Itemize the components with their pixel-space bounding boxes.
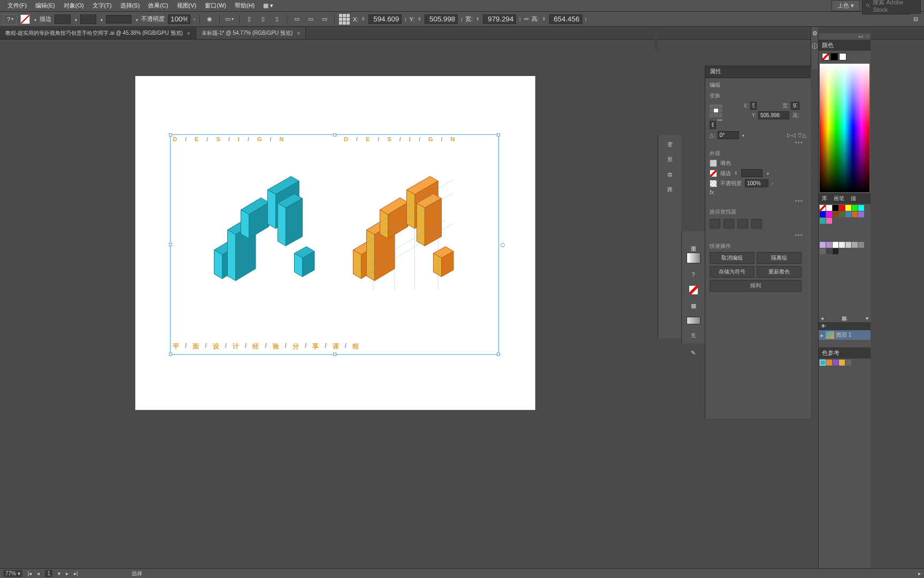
tab-1-close-icon[interactable]: ×: [187, 31, 190, 36]
document-tab-2[interactable]: 未标题-1* @ 54.77% (RGB/GPU 预览) ×: [196, 27, 306, 39]
artboard[interactable]: D/E/S/I/G/N D/E/S/I/G/N: [135, 76, 535, 410]
stroke-tab[interactable]: 描: [848, 193, 859, 204]
x-input[interactable]: [368, 14, 402, 24]
gray-swatch-row[interactable]: [819, 241, 871, 255]
canvas-area[interactable]: D/E/S/I/G/N D/E/S/I/G/N: [0, 40, 658, 568]
white-swatch[interactable]: [839, 53, 846, 60]
artboard-nav-prev-icon[interactable]: ◂: [37, 571, 40, 576]
recolor-icon[interactable]: ◉: [204, 14, 215, 25]
color-spectrum[interactable]: [820, 64, 869, 192]
isolate-group-button[interactable]: 隔离组: [757, 252, 802, 264]
selection-handle[interactable]: [169, 243, 172, 246]
tab-2-close-icon[interactable]: ×: [297, 31, 300, 36]
gradient-swatch[interactable]: [687, 253, 700, 263]
align-bottom-icon[interactable]: ▭: [319, 14, 330, 25]
opacity-swatch-icon[interactable]: [710, 180, 717, 187]
menu-view[interactable]: 视图(V): [173, 0, 201, 11]
menu-type[interactable]: 文字(T): [88, 0, 116, 11]
selection-handle[interactable]: [497, 133, 500, 136]
panel-collapse-handle[interactable]: [654, 29, 658, 50]
fill-swatch[interactable]: [20, 14, 30, 24]
pathfinder-minus-icon[interactable]: [723, 219, 734, 229]
recolor-button-prop[interactable]: 重新着色: [757, 266, 802, 278]
menu-window[interactable]: 窗口(W): [201, 0, 230, 11]
artboard-nav-next-icon[interactable]: ▸: [66, 571, 68, 576]
link-dimensions-icon[interactable]: ⚯: [718, 117, 749, 123]
settings-gear-icon[interactable]: ⚙: [811, 27, 818, 40]
artboard-nav-first-icon[interactable]: |◂: [28, 571, 32, 576]
angle-input[interactable]: [718, 131, 739, 139]
opacity-prop-input[interactable]: [745, 179, 768, 187]
gradient-type-icon[interactable]: ▦: [687, 300, 700, 311]
save-symbol-button[interactable]: 存储为符号: [710, 266, 754, 278]
w-input[interactable]: [483, 14, 516, 24]
brush-tab[interactable]: 画笔: [830, 193, 848, 204]
stroke-weight-prop-dropdown[interactable]: [766, 170, 769, 176]
style-dropdown[interactable]: ▭: [224, 14, 235, 25]
artboard-number[interactable]: 1: [45, 570, 52, 577]
transform-more-icon[interactable]: •••: [710, 139, 806, 147]
align-middle-icon[interactable]: ▭: [305, 14, 316, 25]
pathfinder-more-icon[interactable]: •••: [710, 232, 806, 239]
arrange-button[interactable]: 排列: [710, 280, 802, 292]
w-stepper-icon[interactable]: ⇕: [476, 17, 480, 21]
selection-handle[interactable]: [497, 353, 500, 356]
h-stepper-icon[interactable]: ⇕: [542, 17, 546, 21]
align-top-icon[interactable]: ▭: [291, 14, 302, 25]
selection-bounding-box[interactable]: [170, 134, 499, 355]
transform-panel-icon[interactable]: [339, 14, 350, 25]
menu-select[interactable]: 选择(S): [116, 0, 144, 11]
transform-tab-icon[interactable]: 变: [664, 138, 676, 151]
y-stepper-icon[interactable]: ⇕: [418, 17, 421, 21]
layer-next-icon[interactable]: ▾: [866, 315, 868, 321]
opacity-input[interactable]: [168, 14, 190, 24]
path-tab-icon[interactable]: 路: [664, 183, 676, 196]
pathfinder-intersect-icon[interactable]: [737, 219, 748, 229]
prop-h-input[interactable]: [710, 121, 716, 129]
brush-definition[interactable]: [106, 15, 132, 24]
menu-effect[interactable]: 效果(C): [144, 0, 172, 11]
copy-icon[interactable]: ⧉: [664, 168, 676, 181]
artboard-dropdown-icon[interactable]: ▾: [58, 571, 60, 576]
menu-file[interactable]: 文件(F): [3, 0, 31, 11]
pathfinder-unite-icon[interactable]: [710, 219, 720, 229]
x-stepper-icon[interactable]: ⇕: [361, 17, 365, 21]
selection-handle[interactable]: [169, 353, 172, 356]
layer-expand-icon[interactable]: ▸: [821, 332, 823, 338]
color-collapse-icon[interactable]: ◂◂: [858, 34, 863, 39]
selection-handle[interactable]: [169, 133, 172, 136]
ungroup-button[interactable]: 取消编组: [710, 252, 754, 264]
prop-x-input[interactable]: [750, 102, 757, 110]
status-play-icon[interactable]: ▸: [918, 571, 921, 576]
appearance-more-icon[interactable]: •••: [710, 197, 806, 205]
layer-row[interactable]: ▸ 图层 1: [819, 330, 871, 340]
fill-stroke-swatch[interactable]: [822, 53, 829, 60]
menu-object[interactable]: 对象(O): [59, 0, 88, 11]
selection-handle[interactable]: [333, 133, 336, 136]
opacity-arrow[interactable]: ›: [772, 181, 773, 186]
layer-eye-icon[interactable]: 👁: [821, 323, 826, 329]
artboard-nav-last-icon[interactable]: ▸|: [74, 571, 78, 576]
layer-prev-icon[interactable]: ◂: [821, 315, 823, 321]
arrange-docs-icon[interactable]: ▦ ▾: [259, 1, 278, 11]
stroke-weight-input[interactable]: [55, 14, 71, 24]
stroke-weight-dropdown[interactable]: [74, 16, 77, 22]
recolor-button[interactable]: 上色 ▾: [831, 0, 860, 11]
gradient-none-swatch[interactable]: [689, 286, 698, 294]
document-tab-1[interactable]: 教程-超实用的等距视角技巧创意手绘空间字.ai @ 45.38% (RGB/GP…: [0, 27, 196, 39]
gradient-help-icon[interactable]: ?: [687, 269, 700, 280]
fill-dropdown[interactable]: [33, 16, 36, 22]
color-guide-row[interactable]: [819, 359, 871, 367]
prop-w-input[interactable]: [791, 102, 799, 110]
selection-handle[interactable]: [500, 243, 505, 247]
angle-dropdown[interactable]: [741, 132, 744, 138]
opacity-arrow-icon[interactable]: ›: [194, 17, 195, 22]
eyedropper-icon[interactable]: ✎: [687, 347, 700, 359]
selection-type-dropdown[interactable]: ?: [3, 14, 17, 25]
menu-help[interactable]: 帮助(H): [230, 0, 259, 11]
fx-label[interactable]: fx.: [710, 189, 806, 195]
flip-h-icon[interactable]: ▷◁: [787, 132, 796, 138]
align-right-icon[interactable]: ▯: [272, 14, 282, 25]
swatch-lib-tab[interactable]: 库: [819, 193, 830, 204]
stroke-profile-dropdown[interactable]: [99, 16, 103, 22]
